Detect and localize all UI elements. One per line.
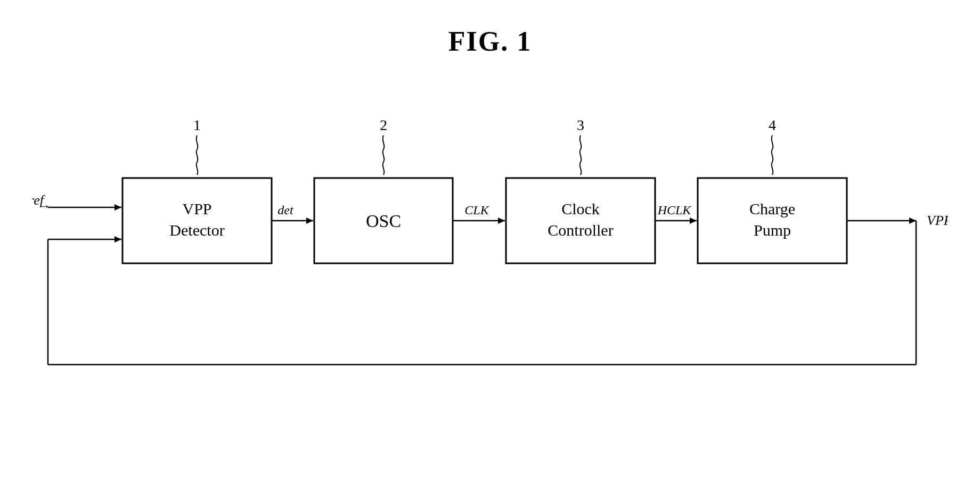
block-charge-pump: [698, 178, 847, 263]
diagram-area: 1 2 3 4 VPP Detector OSC Clock Controlle…: [32, 85, 948, 452]
figure-title: FIG. 1: [0, 0, 980, 57]
ref-number-1: 1: [193, 117, 201, 133]
hclk-label: HCLK: [657, 203, 692, 217]
squiggle-1: [197, 135, 198, 175]
vref-arrow-text: →: [39, 199, 51, 213]
block-vpp-detector-label1: VPP: [182, 200, 211, 217]
squiggle-3: [580, 135, 582, 175]
det-label: det: [277, 203, 294, 217]
block-clock-label1: Clock: [561, 200, 600, 217]
block-charge-pump-label2: Pump: [754, 221, 791, 239]
block-vpp-detector: [123, 178, 272, 263]
squiggle-2: [383, 135, 385, 175]
block-vpp-detector-label2: Detector: [169, 221, 224, 239]
ref-number-2: 2: [380, 117, 387, 133]
vref-arrowhead: [115, 204, 121, 211]
vpp-out-arrowhead: [909, 217, 916, 224]
block-clock-label2: Controller: [548, 221, 613, 239]
block-charge-pump-label1: Charge: [749, 200, 795, 217]
clk-arrowhead: [498, 217, 505, 224]
ref-number-4: 4: [769, 117, 776, 133]
det-arrowhead: [306, 217, 313, 224]
squiggle-4: [772, 135, 773, 175]
block-clock-controller: [506, 178, 655, 263]
clk-label: CLK: [464, 203, 489, 217]
page: FIG. 1 1 2 3 4 VPP Detector OSC: [0, 0, 980, 484]
block-osc-label: OSC: [366, 211, 401, 231]
hclk-arrowhead: [690, 217, 697, 224]
circuit-diagram: 1 2 3 4 VPP Detector OSC Clock Controlle…: [32, 85, 948, 452]
vpp-out-label: VPP: [927, 213, 948, 228]
feedback-input-arrowhead: [115, 236, 121, 243]
ref-number-3: 3: [577, 117, 584, 133]
